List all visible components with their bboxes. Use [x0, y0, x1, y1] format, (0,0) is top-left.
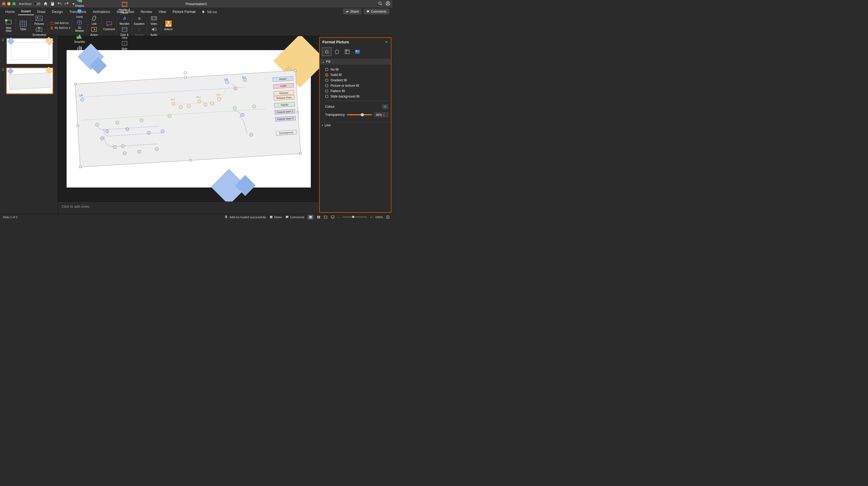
undo-icon[interactable]	[57, 1, 62, 6]
commit-dot	[137, 150, 141, 154]
shapes-button[interactable]: Shapes	[74, 0, 85, 7]
table-button[interactable]: Table	[18, 20, 29, 31]
resize-handle[interactable]	[294, 69, 296, 72]
transparency-input[interactable]: 66%▲▼	[374, 112, 388, 117]
slide-thumbnails-panel[interactable]: 1 2	[0, 36, 58, 214]
tell-me-search[interactable]: Tell me	[199, 9, 220, 15]
tab-home[interactable]: Home	[2, 8, 18, 15]
colour-picker-button[interactable]	[382, 104, 388, 109]
fill-no-fill[interactable]: No fill	[325, 67, 388, 72]
wordart-button[interactable]: AWordArt	[119, 15, 130, 25]
zoom-in-button[interactable]: +	[370, 216, 372, 219]
resize-handle[interactable]	[184, 76, 186, 78]
fill-picture[interactable]: Picture or texture fill	[325, 83, 388, 88]
sorter-view-button[interactable]	[317, 215, 320, 219]
resize-handle[interactable]	[299, 153, 301, 155]
zoom-slider[interactable]	[343, 217, 367, 218]
colour-label: Colour	[325, 105, 335, 108]
new-slide-button[interactable]: New Slide	[3, 19, 14, 32]
fit-to-window-button[interactable]	[386, 215, 390, 219]
slide-canvas-wrap[interactable]: Master Hotfix Release Release Fixes Nigh…	[58, 36, 319, 201]
transparency-label: Transparency	[325, 113, 345, 117]
equation-button[interactable]: πEquation	[134, 15, 145, 25]
audio-button[interactable]: Audio	[149, 26, 159, 36]
header-footer-button[interactable]: Header & Footer	[119, 1, 130, 14]
share-button[interactable]: Share	[343, 9, 362, 14]
3d-models-button[interactable]: 3D Models	[74, 19, 85, 32]
tab-draw[interactable]: Draw	[34, 8, 49, 15]
tab-review[interactable]: Review	[137, 8, 155, 15]
close-window-button[interactable]	[2, 2, 5, 5]
commit-dot	[179, 105, 183, 109]
resize-handle[interactable]	[297, 111, 299, 113]
screenshot-button[interactable]: Screenshot	[32, 26, 46, 36]
tab-design[interactable]: Design	[49, 8, 66, 15]
zoom-out-button[interactable]: −	[338, 216, 339, 219]
comments-status-button[interactable]: Comments	[285, 215, 304, 219]
home-icon[interactable]	[43, 1, 48, 6]
comment-button[interactable]: Comment	[103, 20, 115, 31]
size-tab[interactable]	[342, 47, 352, 56]
transparency-slider[interactable]	[347, 114, 372, 115]
thumbnail-1-image[interactable]	[6, 38, 53, 64]
redo-icon[interactable]	[64, 1, 69, 6]
textbox-button[interactable]: AText Box	[119, 0, 130, 0]
autosave-toggle[interactable]: AutoSave OFF	[19, 2, 41, 6]
fill-slide-bg[interactable]: Slide background fill	[325, 94, 388, 99]
effects-tab[interactable]	[332, 47, 342, 56]
fill-gradient[interactable]: Gradient fill	[325, 77, 388, 83]
close-pane-icon[interactable]: ✕	[385, 40, 388, 44]
branch-label-hotfix: Hotfix	[273, 83, 293, 89]
tab-picture-format[interactable]: Picture Format	[169, 8, 199, 15]
line-section-header[interactable]: › Line	[320, 122, 391, 128]
thumbnail-2-image[interactable]	[6, 68, 53, 94]
zoom-window-button[interactable]	[12, 2, 16, 5]
tab-insert[interactable]: Insert	[18, 8, 34, 15]
slide-canvas[interactable]: Master Hotfix Release Release Fixes Nigh…	[67, 50, 311, 188]
get-addins-button[interactable]: Get Add-ins	[50, 21, 70, 25]
drawio-button[interactable]: draw.io	[163, 20, 174, 31]
pictures-button[interactable]: Pictures	[34, 15, 44, 25]
autosave-pill[interactable]: OFF	[33, 2, 41, 6]
svg-text:A: A	[123, 15, 126, 21]
link-button[interactable]: Link	[89, 15, 99, 25]
svg-rect-8	[36, 28, 42, 31]
reading-view-button[interactable]	[324, 215, 328, 219]
addins-status[interactable]: Add-ins loaded successfully	[224, 215, 266, 219]
thumbnail-1[interactable]: 1	[2, 38, 56, 64]
save-icon[interactable]	[50, 1, 55, 6]
drawio-icon	[164, 20, 173, 27]
svg-text:π: π	[138, 16, 141, 21]
resize-handle[interactable]	[189, 159, 191, 161]
zoom-level[interactable]: 105%	[375, 216, 383, 219]
fill-section-header[interactable]: ⌄ Fill	[320, 59, 391, 65]
slideshow-view-button[interactable]	[331, 215, 335, 219]
icons-button[interactable]: Icons	[74, 8, 85, 18]
fill-line-tab[interactable]	[322, 47, 332, 56]
tab-view[interactable]: View	[155, 8, 169, 15]
notes-pane[interactable]: Click to add notes	[58, 201, 319, 214]
svg-rect-11	[50, 22, 53, 25]
video-button[interactable]: Video	[149, 15, 159, 25]
resize-handle[interactable]	[79, 166, 81, 168]
normal-view-button[interactable]	[308, 215, 313, 220]
rotation-handle[interactable]	[184, 71, 187, 74]
commit-dot	[100, 136, 104, 140]
slide-indicator[interactable]: Slide 2 of 2	[3, 216, 18, 219]
chevron-down-icon: ⌄	[322, 60, 324, 64]
fill-pattern[interactable]: Pattern fill	[325, 88, 388, 94]
action-button[interactable]: Action	[89, 26, 99, 36]
tab-animations[interactable]: Animations	[90, 8, 113, 15]
fill-solid[interactable]: Solid fill	[325, 72, 388, 77]
comments-button[interactable]: Comments	[364, 9, 389, 14]
thumbnail-2[interactable]: 2	[2, 68, 56, 94]
resize-handle[interactable]	[74, 83, 76, 85]
my-addins-button[interactable]: My Add-ins ▾	[50, 26, 70, 30]
account-icon[interactable]	[385, 1, 390, 7]
minimize-window-button[interactable]	[7, 2, 10, 5]
selected-picture[interactable]: Master Hotfix Release Release Fixes Nigh…	[75, 70, 301, 167]
picture-tab[interactable]	[352, 47, 362, 56]
resize-handle[interactable]	[76, 125, 79, 127]
notes-button[interactable]: Notes	[269, 215, 282, 219]
search-icon[interactable]	[378, 1, 383, 7]
